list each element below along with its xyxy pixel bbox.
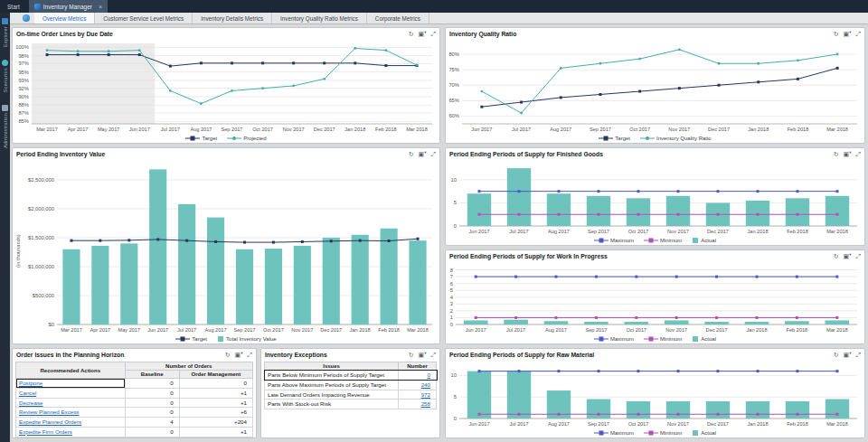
refresh-icon[interactable]: ↻ xyxy=(834,352,839,358)
refresh-icon[interactable]: ↻ xyxy=(409,151,414,157)
svg-text:3: 3 xyxy=(450,301,453,306)
rail-item-scenarios[interactable]: Scenarios xyxy=(2,60,8,92)
export-icon[interactable]: ▣▾ xyxy=(844,352,852,358)
legend-item: Minimum xyxy=(644,429,682,437)
maximize-icon[interactable]: ⤢ xyxy=(855,253,861,259)
column-header: Order Management xyxy=(179,371,252,379)
svg-text:10: 10 xyxy=(451,177,457,183)
inventory-exceptions-table-wrap: Issues Number Parts Below Minimum Period… xyxy=(261,361,439,437)
maximize-icon[interactable]: ⤢ xyxy=(247,352,252,358)
export-icon[interactable]: ▣▾ xyxy=(419,31,427,37)
svg-text:100%: 100% xyxy=(15,44,29,50)
svg-text:70%: 70% xyxy=(448,82,459,88)
column-header: Baseline xyxy=(125,371,179,379)
tab-inventory-details-metrics[interactable]: Inventory Details Metrics xyxy=(193,13,272,24)
refresh-icon[interactable]: ↻ xyxy=(834,151,839,157)
svg-text:Nov 2017: Nov 2017 xyxy=(665,327,687,333)
svg-text:Dec 2017: Dec 2017 xyxy=(314,127,335,132)
maximize-icon[interactable]: ⤢ xyxy=(430,151,436,157)
svg-text:Nov 2017: Nov 2017 xyxy=(283,127,305,132)
table-row: Cancel0+1 xyxy=(16,388,253,398)
tab-strip: Overview Metrics Customer Service Level … xyxy=(10,13,868,24)
legend-item: Target xyxy=(175,335,207,343)
svg-text:5: 5 xyxy=(454,394,457,400)
refresh-icon[interactable]: ↻ xyxy=(409,31,414,37)
svg-text:2: 2 xyxy=(450,308,453,314)
svg-text:Jan 2018: Jan 2018 xyxy=(748,127,769,132)
legend-item: Inventory Quality Ratio xyxy=(640,135,712,142)
panel-title: Order Issues in the Planning Horizon xyxy=(16,352,124,358)
svg-text:Oct 2017: Oct 2017 xyxy=(629,127,650,132)
refresh-icon[interactable]: ↻ xyxy=(409,352,414,358)
maximize-icon[interactable]: ⤢ xyxy=(855,352,861,358)
action-link[interactable]: Decrease xyxy=(19,400,42,406)
svg-text:$0: $0 xyxy=(49,322,54,327)
refresh-icon[interactable]: ↻ xyxy=(834,253,839,259)
maximize-icon[interactable]: ⤢ xyxy=(855,31,861,37)
tab-inventory-quality-ratio-metrics[interactable]: Inventory Quality Ratio Metrics xyxy=(272,13,367,24)
export-icon[interactable]: ▣▾ xyxy=(844,253,852,259)
number-link[interactable]: 972 xyxy=(421,391,430,398)
table-row: Expedite Firm Orders0+1 xyxy=(16,427,253,437)
number-link[interactable]: 0 xyxy=(428,371,430,378)
refresh-icon[interactable]: ↻ xyxy=(834,31,839,37)
action-link[interactable]: Cancel xyxy=(19,390,36,396)
close-icon[interactable]: × xyxy=(99,4,102,10)
y-axis-label: (in thousands) xyxy=(15,234,21,268)
svg-text:Oct 2017: Oct 2017 xyxy=(628,229,649,234)
export-icon[interactable]: ▣▾ xyxy=(419,151,427,157)
start-menu[interactable]: Start xyxy=(0,4,29,10)
maximize-icon[interactable]: ⤢ xyxy=(855,151,861,157)
table-row: Review Planned Excess0+6 xyxy=(16,408,253,418)
table-row: Late Demand Orders Impacting Revenue972 xyxy=(265,390,437,400)
globe-icon[interactable] xyxy=(23,14,30,22)
window-tab-label: Inventory Manager xyxy=(43,4,92,10)
maximize-icon[interactable]: ⤢ xyxy=(430,352,436,358)
svg-text:Jun 2017: Jun 2017 xyxy=(466,327,486,333)
number-link[interactable]: 258 xyxy=(421,400,430,407)
table-row: Parts Below Minimum Periods of Supply Ta… xyxy=(265,371,437,381)
svg-text:1: 1 xyxy=(450,315,453,320)
svg-text:Jul 2017: Jul 2017 xyxy=(161,127,180,132)
maximize-icon[interactable]: ⤢ xyxy=(430,31,436,37)
tab-overview-metrics[interactable]: Overview Metrics xyxy=(34,13,95,24)
panel-actions: ↻▣▾⤢ xyxy=(409,31,436,37)
order-issues-table-wrap: Recommended Actions Number of Orders Bas… xyxy=(13,361,256,437)
rail-item-administration[interactable]: Administration xyxy=(2,105,8,148)
tab-corporate-metrics[interactable]: Corporate Metrics xyxy=(367,13,429,24)
svg-text:Sep 2017: Sep 2017 xyxy=(588,421,609,427)
svg-text:Aug 2017: Aug 2017 xyxy=(548,229,570,234)
svg-text:75%: 75% xyxy=(448,67,459,72)
export-icon[interactable]: ▣▾ xyxy=(844,31,852,37)
export-icon[interactable]: ▣▾ xyxy=(419,352,427,358)
svg-text:Mar 2018: Mar 2018 xyxy=(826,229,848,234)
number-link[interactable]: 240 xyxy=(421,381,430,388)
svg-text:8: 8 xyxy=(450,268,453,273)
legend-item: Minimum xyxy=(644,237,682,244)
panel-title: On-time Order Lines by Due Date xyxy=(16,31,113,37)
svg-text:Jul 2017: Jul 2017 xyxy=(512,127,531,132)
rail-item-explorer[interactable]: Explorer xyxy=(2,18,8,47)
svg-text:5: 5 xyxy=(450,287,453,293)
svg-text:Jan 2018: Jan 2018 xyxy=(746,327,767,333)
inventory-value-chart: (in thousands) $0$500,000$1,000,000$1,50… xyxy=(13,160,439,334)
action-link[interactable]: Postpone xyxy=(19,380,42,386)
legend-item: Target xyxy=(599,135,630,142)
panel-on-time-order-lines: On-time Order Lines by Due Date ↻▣▾⤢ 85%… xyxy=(12,27,440,144)
export-icon[interactable]: ▣▾ xyxy=(844,151,852,157)
panel-actions: ↻▣▾⤢ xyxy=(834,352,861,358)
action-link[interactable]: Expedite Planned Orders xyxy=(19,418,81,425)
table-row: Postpone00 xyxy=(16,379,253,389)
panel-title: Period Ending Periods of Supply for Raw … xyxy=(449,352,594,358)
column-header: Recommended Actions xyxy=(16,362,126,379)
panel-supply-work-in-progress: Period Ending Periods of Supply for Work… xyxy=(445,249,865,344)
refresh-icon[interactable]: ↻ xyxy=(225,352,231,358)
window-tab-inventory-manager[interactable]: Inventory Manager × xyxy=(29,0,108,13)
export-icon[interactable]: ▣▾ xyxy=(235,352,243,358)
panel-actions: ↻▣▾⤢ xyxy=(409,151,436,157)
action-link[interactable]: Expedite Firm Orders xyxy=(19,428,72,435)
table-row: Parts Above Maximum Periods of Supply Ta… xyxy=(265,380,437,390)
tab-customer-service-level-metrics[interactable]: Customer Service Level Metrics xyxy=(95,13,193,24)
action-link[interactable]: Review Planned Excess xyxy=(19,409,79,415)
svg-text:May 2017: May 2017 xyxy=(118,327,141,333)
